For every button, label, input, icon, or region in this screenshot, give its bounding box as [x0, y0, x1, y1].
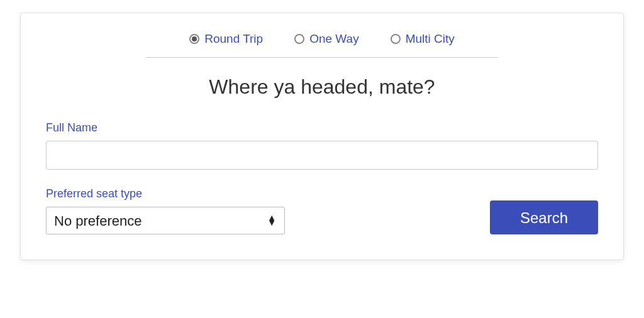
booking-card: Round Trip One Way Multi City Where ya h…	[20, 13, 624, 260]
radio-icon	[294, 34, 304, 44]
seat-type-label: Preferred seat type	[46, 187, 285, 200]
radio-multi-city[interactable]: Multi City	[391, 32, 455, 46]
seat-type-select[interactable]: No preference	[46, 207, 285, 234]
radio-one-way[interactable]: One Way	[294, 32, 359, 46]
seat-type-block: Preferred seat type No preference ▲▼	[46, 187, 285, 234]
radio-icon	[391, 34, 401, 44]
radio-round-trip[interactable]: Round Trip	[189, 32, 263, 46]
page-heading: Where ya headed, mate?	[46, 75, 598, 99]
search-button[interactable]: Search	[490, 200, 598, 234]
radio-label: One Way	[309, 32, 359, 46]
full-name-label: Full Name	[46, 121, 598, 134]
bottom-row: Preferred seat type No preference ▲▼ Sea…	[46, 187, 598, 234]
radio-label: Multi City	[406, 32, 455, 46]
divider	[146, 57, 498, 58]
trip-type-row: Round Trip One Way Multi City	[46, 32, 598, 57]
seat-type-select-wrap: No preference ▲▼	[46, 207, 285, 234]
radio-icon	[189, 34, 199, 44]
radio-label: Round Trip	[204, 32, 263, 46]
full-name-input[interactable]	[46, 141, 598, 170]
